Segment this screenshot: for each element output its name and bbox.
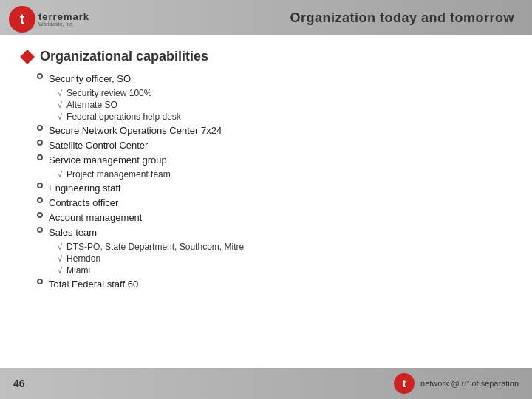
logo-text-block: terremark Worldwide, Inc. <box>38 12 89 27</box>
checkmark-icon: √ <box>58 112 62 121</box>
sub-items-3: √ Project management team <box>58 169 510 180</box>
logo-area: t terremark Worldwide, Inc. <box>9 6 89 33</box>
item-label: Security officer, SO <box>49 73 131 84</box>
list-item: Account management <box>37 212 510 223</box>
page-number: 46 <box>13 378 25 389</box>
list-item: Secure Network Operations Center 7x24 <box>37 125 510 136</box>
sub-item: √ Alternate SO <box>58 100 510 110</box>
footer-right: t network @ 0° of separation <box>394 373 519 394</box>
sub-item: √ Project management team <box>58 169 510 180</box>
bullet-icon <box>37 125 43 131</box>
section-title-text: Organizational capabilities <box>40 49 208 64</box>
checkmark-icon: √ <box>58 266 62 275</box>
sub-item-text: Alternate SO <box>66 100 117 110</box>
bullet-icon <box>37 227 43 233</box>
sub-item-text: Miami <box>66 265 90 276</box>
list-item: Service management group <box>37 154 510 166</box>
footer: 46 t network @ 0° of separation <box>0 368 532 399</box>
bullet-icon <box>37 140 43 146</box>
sub-item-text: DTS-PO, State Department, Southcom, Mitr… <box>66 242 244 252</box>
sub-item: √ Herndon <box>58 253 510 264</box>
sub-items-0: √ Security review 100% √ Alternate SO √ … <box>58 88 510 122</box>
list-item: Engineering staff <box>37 183 510 194</box>
item-label: Satellite Control Center <box>49 140 148 151</box>
item-label: Sales team <box>49 227 97 238</box>
item-label: Contracts officer <box>49 197 118 208</box>
bullet-icon <box>37 212 43 218</box>
header-title: Organization today and tomorrow <box>290 10 514 26</box>
bullet-icon <box>37 197 43 203</box>
item-label: Total Federal staff 60 <box>49 279 138 290</box>
bullet-icon <box>37 279 43 284</box>
logo-icon: t <box>9 6 35 33</box>
list-item: Total Federal staff 60 <box>37 279 510 290</box>
sub-item: √ DTS-PO, State Department, Southcom, Mi… <box>58 242 510 252</box>
list-item: Security officer, SO <box>37 73 510 84</box>
sub-item-text: Project management team <box>66 169 171 180</box>
diamond-icon <box>20 50 35 64</box>
section-title: Organizational capabilities <box>22 49 510 64</box>
item-label: Secure Network Operations Center 7x24 <box>49 125 222 136</box>
logo-letter: t <box>20 12 24 27</box>
main-content: Organizational capabilities Security off… <box>0 35 532 375</box>
brand-name: terremark <box>38 12 89 21</box>
list-item: Sales team <box>37 227 510 238</box>
checkmark-icon: √ <box>58 170 62 179</box>
footer-logo-icon: t <box>394 373 415 394</box>
item-label: Account management <box>49 212 142 223</box>
sub-item: √ Federal operations help desk <box>58 112 510 122</box>
list-item: Satellite Control Center <box>37 140 510 151</box>
checkmark-icon: √ <box>58 254 62 263</box>
sub-item-text: Herndon <box>66 253 100 264</box>
bullet-icon <box>37 73 43 79</box>
item-label: Engineering staff <box>49 183 120 194</box>
sub-items-7: √ DTS-PO, State Department, Southcom, Mi… <box>58 242 510 276</box>
list-item: Contracts officer <box>37 197 510 208</box>
checkmark-icon: √ <box>58 100 62 109</box>
checkmark-icon: √ <box>58 89 62 98</box>
checkmark-icon: √ <box>58 242 62 251</box>
bullet-icon <box>37 154 43 160</box>
sub-item: √ Miami <box>58 265 510 276</box>
footer-logo-letter: t <box>403 378 406 389</box>
sub-item: √ Security review 100% <box>58 88 510 98</box>
footer-tagline: network @ 0° of separation <box>420 379 519 388</box>
item-label: Service management group <box>49 154 167 166</box>
sub-item-text: Security review 100% <box>66 88 151 98</box>
bullet-icon <box>37 183 43 188</box>
sub-item-text: Federal operations help desk <box>66 112 181 122</box>
brand-sub: Worldwide, Inc. <box>38 21 89 27</box>
